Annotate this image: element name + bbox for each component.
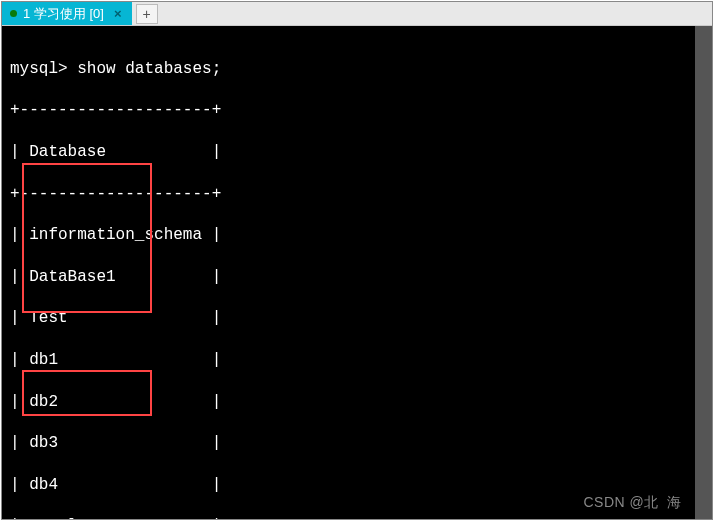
tab-session-1[interactable]: 1 学习使用 [0] × <box>2 2 132 25</box>
new-tab-button[interactable]: + <box>136 4 158 24</box>
close-icon[interactable]: × <box>114 6 122 21</box>
table-row: | Test | <box>10 308 704 329</box>
table-border: +--------------------+ <box>10 100 704 121</box>
scrollbar-vertical[interactable] <box>695 26 712 519</box>
status-dot-icon <box>10 10 17 17</box>
watermark-text: CSDN @北 海 <box>583 493 682 511</box>
table-row: | mysql | <box>10 516 704 519</box>
table-border: +--------------------+ <box>10 184 704 205</box>
table-row: | db3 | <box>10 433 704 454</box>
table-header: | Database | <box>10 142 704 163</box>
window-frame: 1 学习使用 [0] × + mysql> show databases; +-… <box>1 1 713 520</box>
terminal-output[interactable]: mysql> show databases; +----------------… <box>2 26 712 519</box>
scrollbar-thumb[interactable] <box>695 26 712 519</box>
table-row: | DataBase1 | <box>10 267 704 288</box>
table-row: | db1 | <box>10 350 704 371</box>
table-row: | information_schema | <box>10 225 704 246</box>
table-row: | db2 | <box>10 392 704 413</box>
command-line: mysql> show databases; <box>10 59 704 80</box>
tab-bar: 1 学习使用 [0] × + <box>2 2 712 26</box>
plus-icon: + <box>142 6 150 22</box>
tab-title: 1 学习使用 [0] <box>23 5 104 23</box>
